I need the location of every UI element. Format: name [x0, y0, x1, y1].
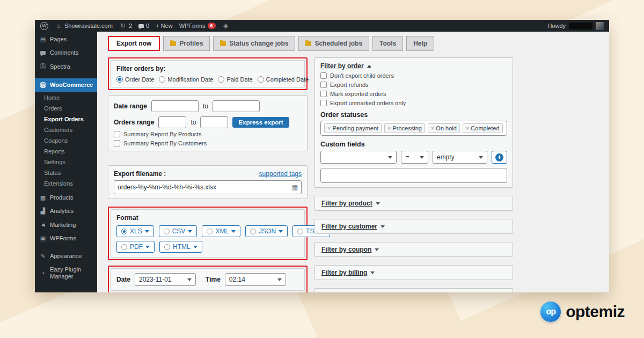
sidebar-item-wpforms[interactable]: WPForms	[35, 232, 97, 245]
checkbox-mark-exported-orders[interactable]: Mark exported orders	[320, 91, 507, 97]
submenu-item-home[interactable]: Home	[35, 92, 97, 103]
format-option-xls[interactable]: XLS	[116, 225, 154, 237]
filter-by-product-toggle[interactable]: Filter by product	[314, 196, 513, 211]
express-export-button[interactable]: Express export	[232, 117, 289, 128]
custom-fields-label: Custom fields	[320, 141, 507, 148]
orders-to-input[interactable]	[200, 116, 228, 128]
chevron-down-icon	[279, 230, 283, 233]
sidebar-item-woocommerce[interactable]: WooCommerce	[35, 78, 97, 92]
radio-paid-date[interactable]: Paid Date	[218, 76, 252, 83]
checkbox-export-unmarked-only[interactable]: Export unmarked orders only	[320, 100, 507, 106]
submenu-item-coupons[interactable]: Coupons	[35, 135, 97, 146]
remove-icon[interactable]: ×	[387, 125, 391, 131]
site-name-link[interactable]: Showravstale.com	[55, 22, 113, 30]
operator-select[interactable]: =	[401, 151, 428, 164]
chevron-down-icon	[375, 248, 379, 251]
tab-profiles[interactable]: Profiles	[163, 36, 210, 51]
howdy-label: Howdy	[547, 23, 566, 29]
filter-by-order-toggle[interactable]: Filter by order	[320, 62, 507, 70]
radio-icon	[164, 229, 170, 234]
radio-order-date[interactable]: Order Date	[116, 76, 154, 83]
tab-export-now[interactable]: Export now	[108, 36, 160, 51]
filter-by-billing-toggle[interactable]: Filter by billing	[314, 265, 513, 280]
new-content-link[interactable]: + New	[156, 23, 173, 29]
submenu-item-status[interactable]: Status	[35, 167, 97, 178]
remove-icon[interactable]: ×	[327, 125, 331, 131]
chevron-down-icon	[376, 202, 380, 205]
status-chip-processing[interactable]: × Processing	[384, 123, 425, 133]
radio-completed-date[interactable]: Completed Date	[258, 76, 309, 83]
comments-count: 0	[146, 23, 149, 29]
wordpress-menu[interactable]	[40, 22, 48, 30]
updates-link[interactable]: 2	[119, 22, 132, 30]
order-statuses-input[interactable]: × Pending payment × Processing × On hold	[320, 121, 507, 136]
tab-help[interactable]: Help	[406, 36, 434, 51]
custom-fields-value-box[interactable]	[320, 168, 507, 183]
tags-picker-icon[interactable]	[292, 183, 298, 191]
supported-tags-link[interactable]: supported tags	[259, 170, 302, 178]
chevron-down-icon	[388, 156, 392, 159]
date-select[interactable]: 2023-11-01	[135, 273, 196, 286]
tab-label: Profiles	[179, 40, 203, 47]
date-from-input[interactable]	[151, 100, 199, 112]
sidebar-item-comments[interactable]: Comments	[35, 46, 97, 60]
custom-field-select[interactable]	[320, 151, 397, 164]
tab-label: Help	[413, 40, 427, 47]
submenu-item-extensions[interactable]: Extensions	[35, 178, 97, 189]
tab-scheduled-jobs[interactable]: Scheduled jobs	[298, 36, 369, 51]
format-option-json[interactable]: JSON	[245, 225, 288, 237]
orders-from-input[interactable]	[158, 116, 186, 128]
radio-modification-date[interactable]: Modification Date	[159, 76, 213, 83]
avatar[interactable]	[596, 22, 604, 30]
comments-link[interactable]: 0	[138, 23, 149, 29]
tab-status-change-jobs[interactable]: Status change jobs	[213, 36, 295, 51]
submenu-item-orders[interactable]: Orders	[35, 103, 97, 114]
radio-icon	[121, 244, 127, 250]
marketing-icon	[39, 222, 47, 228]
remove-icon[interactable]: ×	[466, 125, 469, 131]
sidebar-item-pages[interactable]: Pages	[35, 33, 97, 46]
filter-by-coupon-toggle[interactable]: Filter by coupon	[314, 242, 513, 257]
submenu-item-export-orders[interactable]: Export Orders	[35, 114, 97, 124]
sidebar-item-products[interactable]: Products	[35, 191, 97, 204]
summary-customers-option[interactable]: Summary Report By Customers	[114, 140, 302, 146]
checkbox-export-refunds[interactable]: Export refunds	[320, 82, 507, 88]
to-label: to	[191, 119, 196, 126]
filter-orders-by-title: Filter orders by:	[116, 65, 299, 72]
folder-icon	[305, 41, 311, 46]
add-custom-field-button[interactable]: +	[492, 151, 507, 164]
checkbox-dont-export-child-orders[interactable]: Don't export child orders	[320, 72, 507, 79]
filter-by-order-panel: Filter by order Don't export child order…	[314, 57, 513, 188]
status-chip-pending-payment[interactable]: × Pending payment	[324, 123, 382, 133]
sidebar-item-appearance[interactable]: Appearance	[35, 249, 97, 263]
remove-icon[interactable]: ×	[431, 125, 434, 131]
date-to-input[interactable]	[213, 100, 260, 112]
submenu-item-customers[interactable]: Customers	[35, 124, 97, 135]
sidebar-item-analytics[interactable]: Analytics	[35, 204, 97, 218]
filter-by-shipping-toggle[interactable]: Filter by shipping	[314, 288, 513, 292]
sidebar-item-spectra[interactable]: Spectra	[35, 60, 97, 74]
chevron-down-icon	[187, 278, 192, 281]
format-option-pdf[interactable]: PDF	[116, 241, 155, 253]
format-option-html[interactable]: HTML	[159, 241, 202, 253]
time-select[interactable]: 02:14	[225, 273, 286, 286]
wpforms-link[interactable]: WPForms 6	[179, 23, 216, 29]
format-option-csv[interactable]: CSV	[159, 225, 197, 237]
checkbox-icon	[320, 82, 327, 88]
status-chip-on-hold[interactable]: × On hold	[428, 123, 460, 133]
sidebar-item-marketing[interactable]: Marketing	[35, 218, 97, 232]
submenu-item-reports[interactable]: Reports	[35, 146, 97, 157]
filename-input[interactable]: orders-%y-%m-%d-%h-%i-%s.xlsx	[114, 180, 302, 194]
submenu-item-settings[interactable]: Settings	[35, 157, 97, 167]
plugin-menu-link[interactable]	[222, 22, 230, 30]
sidebar-item-eazy-plugin-manager[interactable]: Eazy Plugin Manager	[35, 263, 97, 283]
filter-by-customer-toggle[interactable]: Filter by customer	[314, 219, 513, 234]
filter-orders-by-highlight: Filter orders by: Order Date Modificatio…	[108, 57, 308, 90]
status-chip-completed[interactable]: × Completed	[463, 123, 503, 133]
value-select[interactable]: empty	[433, 151, 487, 164]
format-option-xml[interactable]: XML	[202, 225, 240, 237]
comments-icon	[39, 51, 47, 55]
wpforms-icon	[39, 235, 47, 242]
tab-tools[interactable]: Tools	[372, 36, 403, 51]
summary-products-option[interactable]: Summary Report By Products	[114, 131, 302, 137]
